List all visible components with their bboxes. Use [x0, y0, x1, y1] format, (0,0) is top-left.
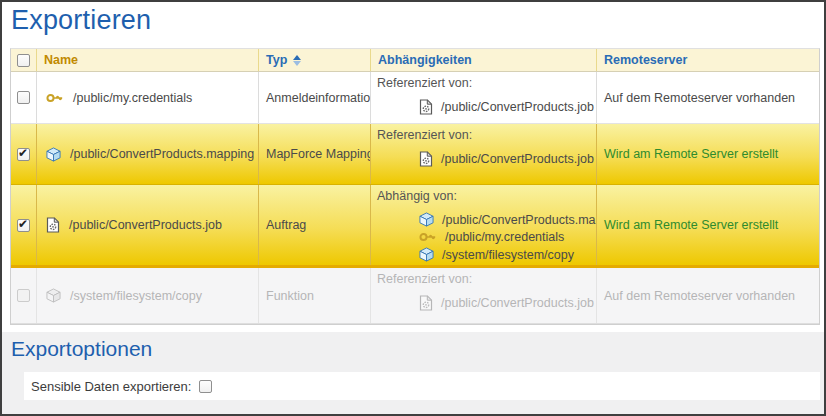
- section-title: Exportoptionen: [11, 337, 152, 361]
- dependency-item: /public/ConvertProducts.mapping: [419, 212, 596, 227]
- table-row: /public/ConvertProducts.job Auftrag Abhä…: [11, 185, 819, 268]
- sensitive-data-label: Sensible Daten exportieren:: [31, 379, 191, 394]
- select-all-cell: [11, 49, 36, 71]
- dependency-label: Referenziert von:: [377, 76, 596, 90]
- remote-status: Auf dem Remoteserver vorhanden: [596, 268, 819, 323]
- column-header-name[interactable]: Name: [36, 49, 258, 71]
- dependency-path: /public/my.credentials: [445, 230, 564, 244]
- sensitive-data-row: Sensible Daten exportieren:: [24, 372, 820, 400]
- cube-icon: [419, 247, 434, 262]
- row-checkbox: [17, 289, 30, 302]
- column-header-dependencies[interactable]: Abhängigkeiten: [370, 49, 596, 71]
- select-all-checkbox[interactable]: [17, 54, 30, 67]
- item-path: /public/ConvertProducts.mapping: [70, 147, 254, 161]
- remote-status: Auf dem Remoteserver vorhanden: [596, 72, 819, 123]
- remote-status: Wird am Remote Server erstellt: [596, 124, 819, 184]
- dependency-item: /public/ConvertProducts.job: [419, 295, 596, 311]
- table-row: /system/filesystem/copy Funktion Referen…: [11, 268, 819, 324]
- key-icon: [419, 231, 437, 243]
- export-options-section: Exportoptionen Sensible Daten exportiere…: [2, 332, 824, 414]
- dependency-item: /public/my.credentials: [419, 230, 596, 244]
- dependency-label: Referenziert von:: [377, 128, 596, 142]
- dependency-path: /system/filesystem/copy: [442, 248, 574, 262]
- item-path: /system/filesystem/copy: [70, 289, 202, 303]
- job-icon: [419, 99, 433, 115]
- item-path: /public/my.credentials: [73, 91, 192, 105]
- item-type: Auftrag: [258, 185, 370, 265]
- item-path: /public/ConvertProducts.job: [69, 218, 222, 232]
- dependency-path: /public/ConvertProducts.job: [441, 152, 594, 166]
- job-icon: [419, 151, 433, 167]
- dependency-path: /public/ConvertProducts.job: [441, 296, 594, 310]
- dependency-label: Abhängig von:: [377, 189, 596, 203]
- column-header-remoteserver[interactable]: Remoteserver: [596, 49, 819, 71]
- job-icon: [419, 295, 433, 311]
- table-row: /public/ConvertProducts.mapping MapForce…: [11, 124, 819, 185]
- item-type: Anmeldeinformationen: [258, 72, 370, 123]
- row-checkbox[interactable]: [17, 91, 30, 104]
- sensitive-data-checkbox[interactable]: [199, 380, 212, 393]
- job-icon: [46, 217, 60, 233]
- cube-icon: [46, 288, 61, 303]
- export-table: Name Typ Abhängigkeiten Remoteserver /pu…: [10, 48, 820, 325]
- dependency-path: /public/ConvertProducts.mapping: [442, 213, 596, 227]
- table-row: /public/my.credentials Anmeldeinformatio…: [11, 72, 819, 124]
- cube-icon: [419, 212, 434, 227]
- dependency-label: Referenziert von:: [377, 272, 596, 286]
- cube-icon: [46, 147, 61, 162]
- column-header-typ[interactable]: Typ: [258, 49, 370, 71]
- dependency-item: /public/ConvertProducts.job: [419, 151, 596, 167]
- item-type: Funktion: [258, 268, 370, 323]
- dependency-path: /public/ConvertProducts.job: [441, 100, 594, 114]
- item-type: MapForce Mapping: [258, 124, 370, 184]
- sort-icon: [293, 55, 301, 66]
- page-title: Exportieren: [11, 5, 151, 36]
- row-checkbox[interactable]: [17, 219, 30, 232]
- key-icon: [46, 92, 64, 104]
- dependency-item: /public/ConvertProducts.job: [419, 99, 596, 115]
- table-header-row: Name Typ Abhängigkeiten Remoteserver: [11, 49, 819, 72]
- row-checkbox[interactable]: [17, 148, 30, 161]
- export-dialog: Exportieren Name Typ Abhängigkeiten Remo…: [0, 0, 826, 416]
- remote-status: Wird am Remote Server erstellt: [596, 185, 819, 265]
- dependency-item: /system/filesystem/copy: [419, 247, 596, 262]
